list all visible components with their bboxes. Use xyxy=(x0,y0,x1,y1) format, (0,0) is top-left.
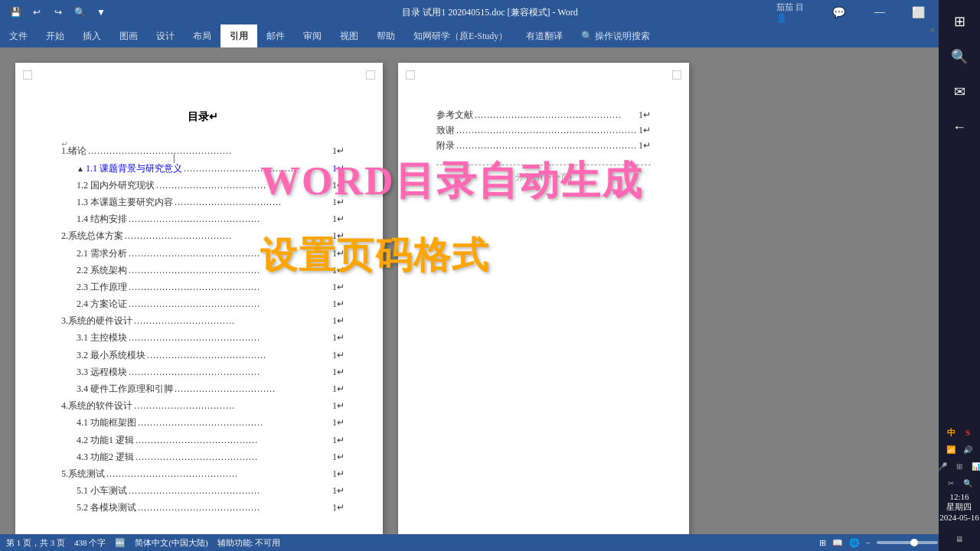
toc-entry-2-4: 2.4 方案论证 ...............................… xyxy=(77,297,345,311)
overlay-title: WORD目录自动生成 xyxy=(260,155,643,208)
toc-entry-3-2: 3.2 最小系统模块 .............................… xyxy=(77,348,345,363)
chart-icon[interactable]: 📊 xyxy=(969,458,980,474)
left-page: 目录↵ ↵ 1.绪论 .............................… xyxy=(15,63,383,534)
toc-entry-4-1: 4.1 功能框架图 ..............................… xyxy=(77,416,345,430)
word-count: 438 个字 xyxy=(74,537,106,549)
layout-read-button[interactable]: 📖 xyxy=(832,538,843,548)
redo-button[interactable]: ↪ xyxy=(49,3,67,21)
arrow-icon: ▲ xyxy=(77,163,84,175)
system-tray-area: 中 S 📶 🔊 🎤 ⊞ 📊 ✂ 🔍 12:16 星期四 2024-05-16 🖥 xyxy=(935,425,980,548)
toc-entry-3-3: 3.3 远程模块 ...............................… xyxy=(77,365,345,380)
tray-icons-row2: 📶 🔊 xyxy=(943,442,975,457)
wps-icon[interactable]: S xyxy=(960,425,975,440)
status-bar: 第 1 页，共 3 页 438 个字 🔤 简体中文(中国大陆) 辅助功能: 不可… xyxy=(0,534,980,551)
minimize-button[interactable]: — xyxy=(862,0,897,24)
save-button[interactable]: 💾 xyxy=(6,3,24,21)
layout-print-button[interactable]: ⊞ xyxy=(819,538,826,548)
window-title: 目录 试用1 202040515.doc [兼容模式] - Word xyxy=(402,6,577,19)
tab-file[interactable]: 文件 xyxy=(0,24,37,47)
maximize-button[interactable]: ⬜ xyxy=(900,0,936,24)
right-page: 参考文献 ...................................… xyxy=(398,63,689,534)
clock-day: 星期四 xyxy=(939,501,978,513)
toc-entry-5-1: 5.1 小车测试 ...............................… xyxy=(77,484,345,498)
tab-review[interactable]: 审阅 xyxy=(294,24,331,47)
tab-cnki[interactable]: 知网研学（原E-Study） xyxy=(404,24,517,47)
tab-view[interactable]: 视图 xyxy=(331,24,368,47)
clock-date: 2024-05-16 xyxy=(939,513,978,522)
windows-taskbar: ⊞ 🔍 ✉ ← 中 S 📶 🔊 🎤 ⊞ 📊 ✂ 🔍 12:16 星期四 2024… xyxy=(939,0,980,551)
wifi-icon[interactable]: 📶 xyxy=(943,442,959,457)
qat-more-button[interactable]: ▼ xyxy=(92,3,110,21)
sound-icon[interactable]: 🔊 xyxy=(960,442,975,457)
corner-mark-tl-right xyxy=(406,70,415,80)
start-button[interactable]: ⊞ xyxy=(944,6,975,37)
search-tray-icon[interactable]: 🔍 xyxy=(960,475,975,491)
toc-entry-5-2: 5.2 各模块测试 ..............................… xyxy=(77,500,345,515)
user-name: 茄茄 目 👤 xyxy=(776,0,812,24)
tab-youdao[interactable]: 有道翻译 xyxy=(517,24,572,47)
tab-design[interactable]: 设计 xyxy=(147,24,184,47)
toc-entry-4: 4.系统的软件设计 ..............................… xyxy=(61,399,345,413)
tab-references[interactable]: 引用 xyxy=(220,24,257,47)
notification-area[interactable]: 🖥 xyxy=(946,530,973,548)
zoom-out-button[interactable]: − xyxy=(866,538,871,547)
zoom-thumb xyxy=(910,539,918,546)
toc-entry-4-2: 4.2 功能1 逻辑 .............................… xyxy=(77,433,345,448)
quick-access-toolbar: 💾 ↩ ↪ 🔍 ▼ xyxy=(6,3,110,21)
tab-layout[interactable]: 布局 xyxy=(184,24,220,47)
tab-mailings[interactable]: 邮件 xyxy=(257,24,294,47)
toc-title: 目录↵ xyxy=(61,109,345,126)
mail-taskbar-button[interactable]: ✉ xyxy=(944,77,975,107)
pages-container: 目录↵ ↵ 1.绪论 .............................… xyxy=(0,47,980,534)
toc-entry-3: 3.系统的硬件设计 ..............................… xyxy=(61,314,345,328)
accessibility-label: 辅助功能: 不可用 xyxy=(217,537,281,549)
corner-mark-tl xyxy=(23,70,32,80)
search-qat-button[interactable]: 🔍 xyxy=(70,3,89,21)
document-area: 目录↵ ↵ 1.绪论 .............................… xyxy=(0,47,980,534)
clock-time: 12:16 xyxy=(939,492,978,501)
corner-mark-tr xyxy=(366,70,375,80)
tray-icons-row3: 🎤 ⊞ 📊 xyxy=(935,458,980,474)
layout-web-button[interactable]: 🌐 xyxy=(849,538,860,548)
appendix-entry: 附录 .....................................… xyxy=(436,139,651,152)
back-taskbar-button[interactable]: ← xyxy=(944,112,975,142)
toc-entry-4-3: 4.3 功能2 逻辑 .............................… xyxy=(77,450,345,465)
search-taskbar-button[interactable]: 🔍 xyxy=(944,41,975,72)
language-label: 简体中文(中国大陆) xyxy=(135,537,207,549)
corner-mark-tr-right xyxy=(672,70,681,80)
tray-icons-row1: 中 S xyxy=(943,425,975,440)
toc-entry-2-3: 2.3 工作原理 ...............................… xyxy=(77,280,345,295)
overlay-subtitle: 设置页码格式 xyxy=(260,231,490,280)
ref-entry: 参考文献 ...................................… xyxy=(436,109,651,122)
title-bar: 💾 ↩ ↪ 🔍 ▼ 目录 试用1 202040515.doc [兼容模式] - … xyxy=(0,0,980,24)
scissors-icon[interactable]: ✂ xyxy=(943,475,959,491)
ribbon-collapse-button[interactable]: ▲ xyxy=(927,23,938,34)
zoom-slider[interactable] xyxy=(877,541,938,544)
grid-icon[interactable]: ⊞ xyxy=(952,458,967,474)
tab-draw[interactable]: 图画 xyxy=(110,24,147,47)
toc-entry-3-1: 3.1 主控模块 ...............................… xyxy=(77,331,345,345)
ribbon-tab-bar: 文件 开始 插入 图画 设计 布局 引用 邮件 审阅 视图 帮助 知网研学（原E… xyxy=(0,24,980,47)
tab-insert[interactable]: 插入 xyxy=(74,24,110,47)
toc-entry-3-4: 3.4 硬件工作原理和引脚 ..........................… xyxy=(77,382,345,396)
tab-help[interactable]: 帮助 xyxy=(368,24,404,47)
ack-entry: 致谢 .....................................… xyxy=(436,124,651,137)
system-clock: 12:16 星期四 2024-05-16 xyxy=(939,492,978,522)
tab-search-ops[interactable]: 🔍 操作说明搜索 xyxy=(572,24,659,47)
text-cursor: | xyxy=(173,151,175,165)
tab-home[interactable]: 开始 xyxy=(37,24,74,47)
toc-pilcrow: ↵ xyxy=(61,138,345,144)
tray-icons-row4: ✂ 🔍 xyxy=(943,475,975,491)
page-info: 第 1 页，共 3 页 xyxy=(6,537,65,549)
input-indicator: 🔤 xyxy=(115,538,126,548)
sogou-icon[interactable]: 中 xyxy=(943,425,959,440)
toc-entry-5: 5.系统测试 .................................… xyxy=(61,467,345,481)
undo-button[interactable]: ↩ xyxy=(28,3,46,21)
notifications-button[interactable]: 💬 xyxy=(821,0,856,24)
mic-icon[interactable]: 🎤 xyxy=(935,458,950,474)
toc-entry-1-4: 1.4 结构安排 ...............................… xyxy=(77,212,345,227)
